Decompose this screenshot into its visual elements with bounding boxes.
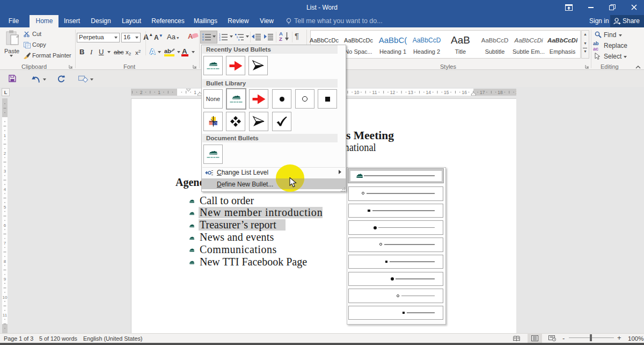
svg-text:3: 3: [219, 38, 221, 41]
svg-text:3: 3: [4, 169, 6, 174]
svg-text:19: 19: [516, 90, 516, 95]
svg-text:2: 2: [4, 151, 6, 156]
svg-text:4: 4: [4, 187, 6, 192]
svg-text:6: 6: [4, 223, 6, 228]
svg-text:11: 11: [3, 313, 8, 318]
svg-text:17: 17: [480, 90, 485, 95]
svg-text:18: 18: [497, 90, 503, 95]
svg-text:8: 8: [4, 259, 6, 264]
svg-text:12: 12: [390, 90, 396, 95]
svg-text:16: 16: [462, 90, 467, 95]
svg-text:14: 14: [426, 90, 431, 95]
svg-text:10: 10: [354, 90, 360, 95]
svg-text:1: 1: [158, 90, 160, 95]
svg-text:7: 7: [4, 241, 6, 246]
svg-text:5: 5: [4, 205, 6, 210]
svg-text:15: 15: [444, 90, 449, 95]
svg-text:10: 10: [3, 295, 8, 300]
svg-text:11: 11: [372, 90, 377, 95]
svg-text:9: 9: [4, 277, 6, 282]
svg-text:1: 1: [4, 133, 6, 138]
svg-text:13: 13: [408, 90, 413, 95]
svg-text:b: b: [237, 35, 238, 39]
svg-text:2: 2: [140, 90, 143, 95]
svg-text:1: 1: [194, 90, 196, 95]
